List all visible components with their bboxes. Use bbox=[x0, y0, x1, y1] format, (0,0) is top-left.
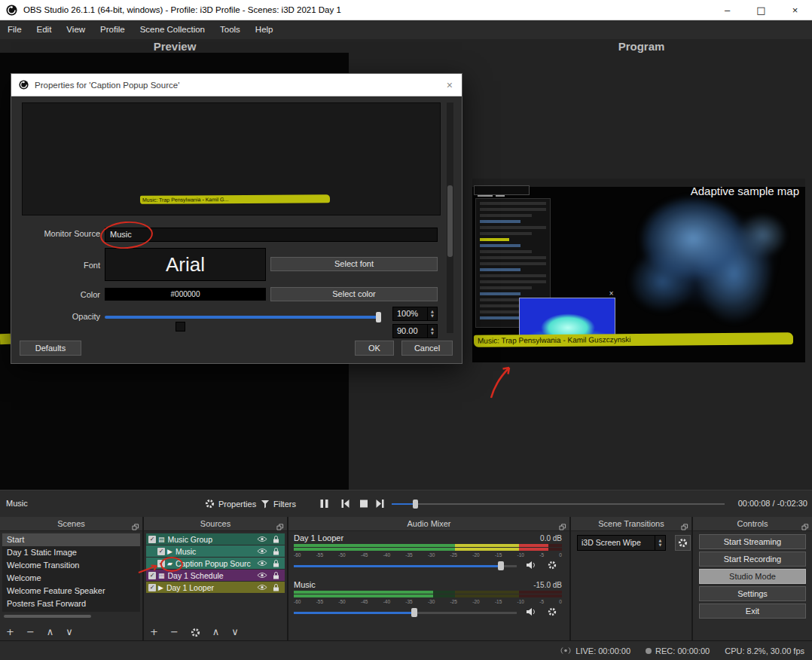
eye-icon[interactable] bbox=[257, 584, 267, 591]
previous-button[interactable] bbox=[340, 499, 350, 509]
seek-handle[interactable] bbox=[413, 500, 418, 509]
visibility-checkbox[interactable]: ✓ bbox=[148, 572, 156, 579]
ok-button[interactable]: OK bbox=[355, 341, 394, 356]
pause-button[interactable] bbox=[319, 499, 329, 509]
source-row[interactable]: ✓ ▤ Music Group bbox=[146, 533, 285, 545]
cancel-button[interactable]: Cancel bbox=[401, 341, 453, 356]
eye-icon[interactable] bbox=[257, 572, 267, 579]
eye-icon[interactable] bbox=[257, 548, 267, 555]
control-button[interactable]: Studio Mode bbox=[699, 569, 806, 584]
speaker-icon[interactable] bbox=[526, 607, 536, 616]
scene-up-button[interactable]: ∧ bbox=[47, 626, 54, 638]
opacity-handle[interactable] bbox=[376, 312, 381, 322]
remove-scene-button[interactable]: − bbox=[26, 626, 35, 638]
eye-icon[interactable] bbox=[257, 560, 267, 567]
visibility-checkbox[interactable]: ✓ bbox=[148, 584, 156, 591]
popout-icon[interactable] bbox=[801, 521, 809, 534]
source-up-button[interactable]: ∧ bbox=[212, 626, 220, 638]
obs-logo-icon bbox=[19, 80, 29, 90]
control-button[interactable]: Start Streaming bbox=[699, 534, 806, 549]
opacity-spinbox[interactable]: 100% ▲▼ bbox=[392, 307, 438, 321]
menu-item[interactable]: Scene Collection bbox=[133, 20, 212, 39]
fader-handle[interactable] bbox=[411, 608, 417, 617]
stop-button[interactable] bbox=[359, 499, 368, 509]
lock-icon[interactable] bbox=[273, 536, 279, 543]
lock-icon[interactable] bbox=[273, 548, 279, 555]
dialog-close-button[interactable]: × bbox=[447, 79, 453, 91]
scene-row[interactable]: Day 1 Static Image bbox=[2, 546, 140, 559]
lock-icon[interactable] bbox=[273, 560, 279, 567]
audio-meter bbox=[294, 548, 562, 551]
opacity-slider[interactable] bbox=[105, 312, 381, 322]
gradient-checkbox[interactable] bbox=[176, 322, 185, 332]
media-seek-slider[interactable] bbox=[392, 503, 725, 505]
visibility-checkbox[interactable]: ✓ bbox=[148, 536, 156, 543]
partial-spinbox[interactable]: 90.00 ▲▼ bbox=[392, 324, 438, 338]
source-row[interactable]: ✓ ▦ Day 1 Schedule bbox=[146, 570, 285, 581]
scene-row[interactable]: Welcome Transition bbox=[2, 559, 140, 572]
defaults-button[interactable]: Defaults bbox=[20, 341, 81, 356]
filters-button[interactable]: Filters bbox=[261, 490, 296, 517]
menu-item[interactable]: Tools bbox=[212, 20, 248, 39]
visibility-checkbox[interactable]: ✓ bbox=[157, 560, 165, 567]
remove-source-button[interactable]: − bbox=[170, 626, 179, 638]
scene-row[interactable]: Posters Fast Forward bbox=[2, 597, 140, 610]
meter-scale: -60-55-50-45-40-35-30-25-20-15-10-50 bbox=[294, 552, 562, 558]
menu-item[interactable]: Edit bbox=[29, 20, 60, 39]
add-source-button[interactable]: + bbox=[150, 626, 158, 638]
source-row[interactable]: ✓ ▶ Music bbox=[146, 545, 285, 557]
popout-icon[interactable] bbox=[276, 521, 284, 534]
transitions-header: Scene Transitions bbox=[598, 519, 664, 528]
scene-row[interactable]: Welcome bbox=[2, 572, 140, 585]
control-button[interactable]: Exit bbox=[699, 603, 806, 619]
live-signal-icon bbox=[560, 646, 572, 655]
fader-handle[interactable] bbox=[498, 561, 504, 570]
source-properties-button[interactable] bbox=[191, 628, 200, 637]
menu-item[interactable]: View bbox=[59, 20, 93, 39]
scrollbar-handle[interactable] bbox=[447, 185, 453, 257]
minimize-button[interactable]: – bbox=[710, 0, 744, 20]
lock-icon[interactable] bbox=[273, 584, 279, 591]
dialog-scrollbar[interactable] bbox=[447, 102, 453, 333]
transition-select[interactable]: i3D Screen Wipe ▲▼ bbox=[577, 535, 666, 551]
close-button[interactable]: × bbox=[778, 0, 812, 20]
program-canvas[interactable]: Adaptive sample map × Music: Trap Pensyl… bbox=[472, 179, 805, 362]
scene-down-button[interactable]: ∨ bbox=[66, 626, 73, 638]
menu-item[interactable]: Profile bbox=[93, 20, 133, 39]
menu-item[interactable]: Help bbox=[248, 20, 281, 39]
scenes-scrollbar[interactable] bbox=[4, 615, 91, 618]
scene-row[interactable]: Start bbox=[2, 533, 140, 546]
scene-row[interactable]: Welcome Feature Speaker bbox=[2, 585, 140, 597]
source-row[interactable]: ✓ ▶ Day 1 Looper bbox=[146, 582, 285, 593]
speaker-icon[interactable] bbox=[526, 561, 536, 570]
volume-fader[interactable] bbox=[294, 607, 517, 618]
lock-icon[interactable] bbox=[273, 572, 279, 579]
dialog-title: Properties for 'Caption Popup Source' bbox=[35, 81, 179, 90]
popout-icon[interactable] bbox=[681, 521, 688, 534]
skip-forward-icon bbox=[375, 499, 385, 509]
add-scene-button[interactable]: + bbox=[6, 626, 14, 638]
control-button[interactable]: Settings bbox=[699, 586, 806, 601]
titlebar: OBS Studio 26.1.1 (64-bit, windows) - Pr… bbox=[0, 0, 812, 20]
monitor-source-input[interactable]: Music bbox=[105, 228, 438, 242]
properties-button[interactable]: Properties bbox=[205, 490, 256, 517]
menu-item[interactable]: File bbox=[0, 20, 29, 39]
popout-icon[interactable] bbox=[132, 521, 139, 534]
next-button[interactable] bbox=[375, 499, 385, 509]
select-color-button[interactable]: Select color bbox=[270, 287, 438, 301]
source-label: Music Group bbox=[168, 535, 257, 544]
source-label: Day 1 Looper bbox=[166, 583, 257, 592]
source-down-button[interactable]: ∨ bbox=[231, 626, 239, 638]
transition-settings-button[interactable] bbox=[675, 535, 691, 551]
popout-icon[interactable] bbox=[559, 521, 566, 534]
maximize-button[interactable]: □ bbox=[744, 0, 778, 20]
visibility-checkbox[interactable]: ✓ bbox=[157, 548, 165, 555]
mixer-channel-db: 0.0 dB bbox=[540, 534, 562, 542]
channel-settings-gear-icon[interactable] bbox=[548, 561, 557, 570]
select-font-button[interactable]: Select font bbox=[270, 257, 438, 271]
channel-settings-gear-icon[interactable] bbox=[548, 607, 557, 616]
control-button[interactable]: Start Recording bbox=[699, 552, 806, 567]
volume-fader[interactable] bbox=[294, 561, 517, 571]
source-row[interactable]: ✓ ▰ Caption Popup Sourc bbox=[146, 558, 285, 569]
eye-icon[interactable] bbox=[257, 536, 267, 542]
